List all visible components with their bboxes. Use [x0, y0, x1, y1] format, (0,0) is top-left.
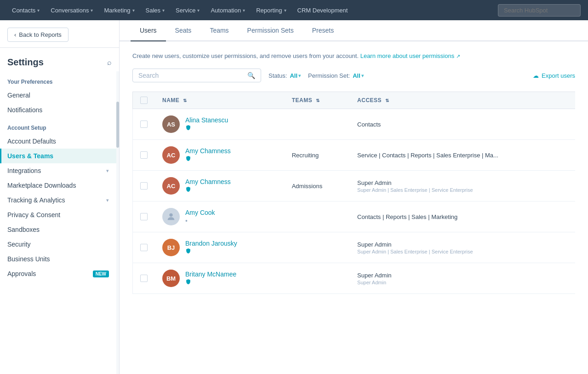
tabs-bar: Users Seats Teams Permission Sets Preset… [120, 20, 588, 41]
access-cell-amy-chamness-2: Super AdminSuper Admin | Sales Enterpris… [350, 171, 575, 201]
sidebar-item-account-defaults[interactable]: Account Defaults [0, 134, 116, 149]
row-checkbox-alina-stanescu[interactable] [140, 121, 148, 128]
sidebar-scroll-thumb [116, 102, 119, 148]
back-to-reports-button[interactable]: ‹ Back to Reports [7, 28, 69, 42]
access-cell-britany-mcnamee: Super AdminSuper Admin [350, 263, 575, 294]
sort-icon-access: ⇅ [385, 98, 389, 103]
nav-service[interactable]: Service ▾ [171, 4, 204, 17]
table-row: ACAmy ChamnessRecruitingService | Contac… [133, 140, 576, 171]
search-icon[interactable]: 🔍 [247, 72, 255, 79]
table-header: NAME ⇅ TEAMS ⇅ ACCESS ⇅ [133, 92, 576, 109]
nav-conversations[interactable]: Conversations ▾ [46, 4, 97, 17]
teams-cell-amy-chamness-1: Recruiting [285, 140, 350, 171]
status-filter-dropdown[interactable]: All ▾ [290, 72, 301, 79]
table-header-teams[interactable]: TEAMS ⇅ [285, 92, 350, 109]
table-body: ASAlina StanescuContactsACAmy ChamnessRe… [133, 109, 576, 294]
nav-marketing[interactable]: Marketing ▾ [99, 4, 139, 17]
top-navigation: Contacts ▾ Conversations ▾ Marketing ▾ S… [0, 0, 588, 20]
user-name-link-brandon-jarousky[interactable]: Brandon Jarousky [185, 240, 237, 247]
sidebar-item-notifications[interactable]: Notifications [0, 103, 116, 117]
tab-seats[interactable]: Seats [166, 20, 201, 41]
sidebar-item-approvals[interactable]: Approvals NEW [0, 266, 116, 281]
permission-set-filter-dropdown[interactable]: All ▾ [353, 72, 364, 79]
search-icon[interactable]: ⌕ [107, 58, 112, 67]
user-name-link-amy-cook[interactable]: Amy Cook [185, 209, 215, 216]
sidebar-item-users-teams[interactable]: Users & Teams [0, 149, 116, 163]
row-checkbox-amy-cook[interactable] [140, 213, 148, 220]
row-checkbox-brandon-jarousky[interactable] [140, 244, 148, 251]
sort-icon-name: ⇅ [183, 98, 187, 103]
search-box: 🔍 [132, 69, 261, 82]
tab-permission-sets[interactable]: Permission Sets [238, 20, 303, 41]
nav-reporting[interactable]: Reporting ▾ [251, 4, 291, 17]
sidebar-item-sandboxes[interactable]: Sandboxes [0, 222, 116, 237]
access-cell-amy-cook: Contacts | Reports | Sales | Marketing [350, 201, 575, 232]
chevron-down-icon: ▾ [106, 168, 109, 174]
user-name-link-alina-stanescu[interactable]: Alina Stanescu [185, 116, 228, 124]
sidebar-item-business-units[interactable]: Business Units [0, 252, 116, 266]
avatar-alina-stanescu: AS [162, 115, 180, 133]
permission-set-filter-group: Permission Set: All ▾ [308, 72, 364, 79]
info-bar: Create new users, customize user permiss… [132, 52, 575, 59]
avatar-britany-mcnamee: BM [162, 270, 180, 287]
status-filter-group: Status: All ▾ [268, 72, 301, 79]
main-content: Users Seats Teams Permission Sets Preset… [120, 20, 588, 374]
table-row: BJBrandon JarouskySuper AdminSuper Admin… [133, 232, 576, 263]
tab-presets[interactable]: Presets [303, 20, 343, 41]
row-checkbox-amy-chamness-2[interactable] [140, 182, 148, 190]
tab-users[interactable]: Users [131, 20, 166, 41]
row-checkbox-amy-chamness-1[interactable] [140, 151, 148, 159]
new-badge: NEW [93, 270, 109, 277]
page-body: Create new users, customize user permiss… [120, 41, 588, 305]
export-icon: ☁ [533, 72, 539, 79]
shield-icon [185, 125, 191, 132]
table-row: ASAlina StanescuContacts [133, 109, 576, 140]
export-users-button[interactable]: ☁ Export users [533, 72, 575, 79]
sidebar-item-security[interactable]: Security [0, 237, 116, 252]
table-header-access[interactable]: ACCESS ⇅ [350, 92, 575, 109]
users-table: NAME ⇅ TEAMS ⇅ ACCESS ⇅ ASAl [132, 92, 575, 294]
teams-cell-britany-mcnamee [285, 263, 350, 294]
avatar-amy-chamness-1: AC [162, 146, 180, 164]
select-all-checkbox[interactable] [140, 97, 148, 104]
sidebar-scrollbar[interactable] [116, 71, 119, 374]
nav-sales[interactable]: Sales ▾ [141, 4, 170, 17]
tab-teams[interactable]: Teams [200, 20, 238, 41]
chevron-down-icon: ▾ [197, 8, 200, 13]
nav-crm-development[interactable]: CRM Development [293, 4, 353, 17]
learn-more-link[interactable]: Learn more about user permissions [360, 52, 455, 59]
sidebar-back-section: ‹ Back to Reports [0, 20, 119, 48]
svg-point-0 [169, 213, 172, 217]
sidebar-item-general[interactable]: General [0, 88, 116, 103]
table-header-name[interactable]: NAME ⇅ [155, 92, 285, 109]
global-search-input[interactable] [498, 4, 581, 17]
external-link-icon: ↗ [456, 53, 460, 59]
back-arrow-icon: ‹ [14, 31, 16, 38]
row-checkbox-britany-mcnamee[interactable] [140, 275, 148, 282]
search-input[interactable] [138, 72, 244, 79]
chevron-down-icon: ▾ [284, 8, 286, 13]
chevron-down-icon: ▾ [361, 73, 364, 78]
shield-icon [185, 279, 191, 286]
user-name-link-amy-chamness-1[interactable]: Amy Chamness [185, 147, 231, 155]
shield-icon [185, 248, 191, 255]
user-name-link-britany-mcnamee[interactable]: Britany McNamee [185, 270, 236, 278]
teams-cell-alina-stanescu [285, 109, 350, 140]
sidebar-item-marketplace[interactable]: Marketplace Downloads [0, 178, 116, 193]
user-name-link-amy-chamness-2[interactable]: Amy Chamness [185, 178, 231, 185]
nav-automation[interactable]: Automation ▾ [206, 4, 250, 17]
sidebar-item-privacy[interactable]: Privacy & Consent [0, 207, 116, 222]
sidebar-title: Settings [7, 57, 44, 68]
access-cell-alina-stanescu: Contacts [350, 109, 575, 140]
teams-cell-brandon-jarousky [285, 232, 350, 263]
sidebar: ‹ Back to Reports Settings ⌕ Your Prefer… [0, 20, 120, 374]
sidebar-item-integrations[interactable]: Integrations ▾ [0, 163, 116, 178]
sidebar-item-tracking[interactable]: Tracking & Analytics ▾ [0, 193, 116, 207]
chevron-down-icon: ▾ [132, 8, 135, 13]
teams-cell-amy-chamness-2: Admissions [285, 171, 350, 201]
nav-contacts[interactable]: Contacts ▾ [7, 4, 44, 17]
filters-row: 🔍 Status: All ▾ Permission Set: All ▾ [132, 69, 575, 82]
sort-icon-teams: ⇅ [316, 98, 320, 103]
chevron-down-icon: ▾ [91, 8, 93, 13]
chevron-down-icon: ▾ [162, 8, 165, 13]
